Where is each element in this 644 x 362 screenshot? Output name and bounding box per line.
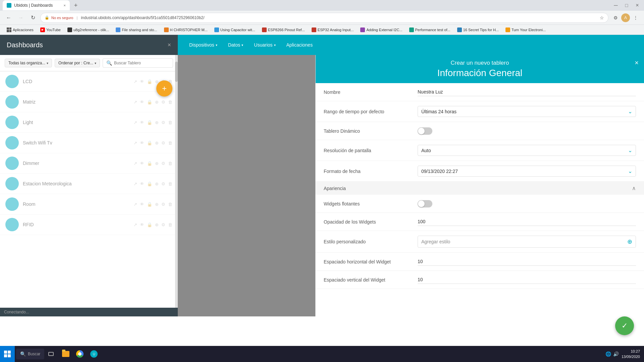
dashboard-search-input[interactable] xyxy=(114,61,169,65)
start-button[interactable] xyxy=(0,346,15,362)
nombre-input[interactable] xyxy=(418,88,636,96)
title-bar: Ubidots | Dashboards × + ─ □ × xyxy=(0,0,644,11)
menu-icon[interactable]: ⋮ xyxy=(631,13,640,22)
resolucion-select[interactable]: Auto ⌄ xyxy=(418,145,636,156)
estilo-placeholder: Agregar estilo xyxy=(421,239,450,244)
sidebar-header: Dashboards × xyxy=(0,35,178,55)
bookmark-16secret[interactable]: 16 Secret Tips for H... xyxy=(454,27,501,33)
resolucion-row: Resolución de pantalla Auto ⌄ xyxy=(316,140,644,161)
apariencia-collapse-button[interactable]: ∧ xyxy=(632,185,636,191)
espaciado-h-value[interactable] xyxy=(418,257,636,266)
nombre-row: Nombre xyxy=(316,83,644,101)
bookmark-performance[interactable]: Performance test of... xyxy=(407,27,453,33)
tablero-dinamico-row: Tablero Dinámico xyxy=(316,122,644,140)
doc-icon xyxy=(164,27,169,32)
bookmark-esp8266[interactable]: ESP8266 Pinout Ref... xyxy=(259,27,308,33)
url-text: industrial.ubidots.com/app/dashboards/5f… xyxy=(81,15,598,20)
bookmark-christopher[interactable]: H CHRISTOPHER M... xyxy=(161,27,210,33)
add-style-plus-icon: ⊕ xyxy=(627,238,632,245)
bookmark-filesharing[interactable]: File sharing and sto... xyxy=(113,27,160,33)
new-tab-button[interactable]: + xyxy=(71,1,80,10)
volume-icon[interactable]: 🔊 xyxy=(613,351,619,357)
esp32-icon xyxy=(312,27,316,32)
create-dashboard-panel: Crear un nuevo tablero Información Gener… xyxy=(315,55,644,316)
espaciado-v-value[interactable] xyxy=(418,276,636,284)
bookmark-i2c[interactable]: Adding External I2C... xyxy=(358,27,405,33)
turn-icon xyxy=(505,27,510,32)
taskbar-file-explorer[interactable] xyxy=(59,347,72,361)
cap-icon xyxy=(214,27,219,32)
taskbar-ubidots[interactable]: U xyxy=(87,347,101,361)
tablero-dinamico-label: Tablero Dinámico xyxy=(324,128,418,134)
org-filter-button[interactable]: Todas las organiza... ▾ xyxy=(5,59,52,67)
estilo-value: Agregar estilo ⊕ xyxy=(418,236,636,248)
formato-select[interactable]: 09/13/2020 22:27 ⌄ xyxy=(418,166,636,177)
bookmarks-bar: Aplicaciones ▶ YouTube u8g2reference - o… xyxy=(0,25,644,35)
bookmark-apps[interactable]: Aplicaciones xyxy=(4,27,36,33)
clock-display[interactable]: 10:27 13/09/2020 xyxy=(622,349,640,360)
rango-select-value: Últimas 24 horas xyxy=(421,109,457,114)
maximize-button[interactable]: □ xyxy=(623,1,631,9)
i2c-icon xyxy=(360,27,365,32)
nav-dispositivos[interactable]: Dispositivos ▾ xyxy=(184,40,222,50)
widgets-flotantes-toggle[interactable] xyxy=(418,200,432,207)
espaciado-h-input[interactable] xyxy=(418,257,636,266)
add-dashboard-button[interactable]: + xyxy=(156,80,172,97)
toggle-knob xyxy=(418,128,425,134)
taskbar: 🔍 Buscar U 🌐 🔊 10:27 13/09/2020 xyxy=(0,346,644,362)
dashboard-search-box[interactable]: 🔍 xyxy=(103,58,173,68)
nav-usuarios[interactable]: Usuarios ▾ xyxy=(249,40,280,50)
bookmark-label: YouTube xyxy=(46,28,61,32)
panel-subtitle: Crear un nuevo tablero xyxy=(451,60,509,66)
opacidad-value[interactable] xyxy=(418,218,636,226)
taskbar-search-button[interactable]: 🔍 Buscar xyxy=(16,349,44,359)
nav-item-label: Datos xyxy=(228,42,240,48)
espaciado-v-row: Espaciado vertical del Widget xyxy=(316,271,644,289)
resolucion-chevron-icon: ⌄ xyxy=(628,147,632,154)
network-icon[interactable]: 🌐 xyxy=(605,351,611,357)
nav-aplicaciones[interactable]: Aplicaciones xyxy=(282,40,318,50)
address-bar[interactable]: 🔒 No es seguro | industrial.ubidots.com/… xyxy=(40,13,608,23)
resolucion-select-value: Auto xyxy=(421,148,431,153)
minimize-button[interactable]: ─ xyxy=(612,1,620,9)
bookmark-star-icon[interactable]: ☆ xyxy=(600,15,604,20)
agregar-estilo-button[interactable]: Agregar estilo ⊕ xyxy=(418,236,636,248)
bookmark-esp32[interactable]: ESP32 Analog Input... xyxy=(309,27,357,33)
system-tray: 🌐 🔊 10:27 13/09/2020 xyxy=(605,349,644,360)
bookmark-label: ESP8266 Pinout Ref... xyxy=(268,28,305,32)
panel-close-button[interactable]: × xyxy=(635,59,639,67)
nombre-value[interactable] xyxy=(418,88,636,96)
back-button[interactable]: ← xyxy=(4,13,13,22)
close-button[interactable]: × xyxy=(633,1,641,9)
chrome-icon xyxy=(76,350,84,358)
account-icon[interactable]: A xyxy=(621,13,630,22)
bookmark-capacitor[interactable]: Using Capacitor wit... xyxy=(212,27,258,33)
bookmark-turn[interactable]: Turn Your Electroni... xyxy=(503,27,548,33)
espaciado-v-input[interactable] xyxy=(418,276,636,284)
nav-datos[interactable]: Datos ▾ xyxy=(223,40,248,50)
bookmark-label: File sharing and sto... xyxy=(122,28,157,32)
tab-close-button[interactable]: × xyxy=(64,3,66,7)
bookmark-youtube[interactable]: ▶ YouTube xyxy=(38,27,63,33)
bookmark-u8g2[interactable]: u8g2reference - olik... xyxy=(65,27,112,33)
connecting-bar: Conectando... xyxy=(0,308,178,316)
scroll-thumb[interactable] xyxy=(175,62,178,82)
tablero-dinamico-toggle[interactable] xyxy=(418,127,432,135)
task-view-button[interactable] xyxy=(44,347,58,361)
sort-button[interactable]: Ordenar por : Cre... ▾ xyxy=(55,59,100,67)
forward-button[interactable]: → xyxy=(16,13,25,22)
taskbar-chrome[interactable] xyxy=(73,347,87,361)
extensions-icon[interactable]: ⚙ xyxy=(611,13,620,22)
bookmark-label: Aplicaciones xyxy=(13,28,34,32)
sort-label: Ordenar por : Cre... xyxy=(58,61,93,65)
apariencia-label: Apariencia xyxy=(324,186,346,191)
opacidad-input[interactable] xyxy=(418,218,636,226)
rango-select[interactable]: Últimas 24 horas ⌄ xyxy=(418,106,636,117)
scroll-bar[interactable] xyxy=(175,55,178,316)
refresh-button[interactable]: ↻ xyxy=(28,13,38,22)
active-tab[interactable]: Ubidots | Dashboards × xyxy=(3,0,70,10)
sidebar-close-button[interactable]: × xyxy=(167,42,171,49)
apariencia-section-header: Apariencia ∧ xyxy=(316,182,644,195)
dashboards-panel: Todas las organiza... ▾ Ordenar por : Cr… xyxy=(0,55,178,316)
confirm-button[interactable]: ✓ xyxy=(615,316,634,335)
